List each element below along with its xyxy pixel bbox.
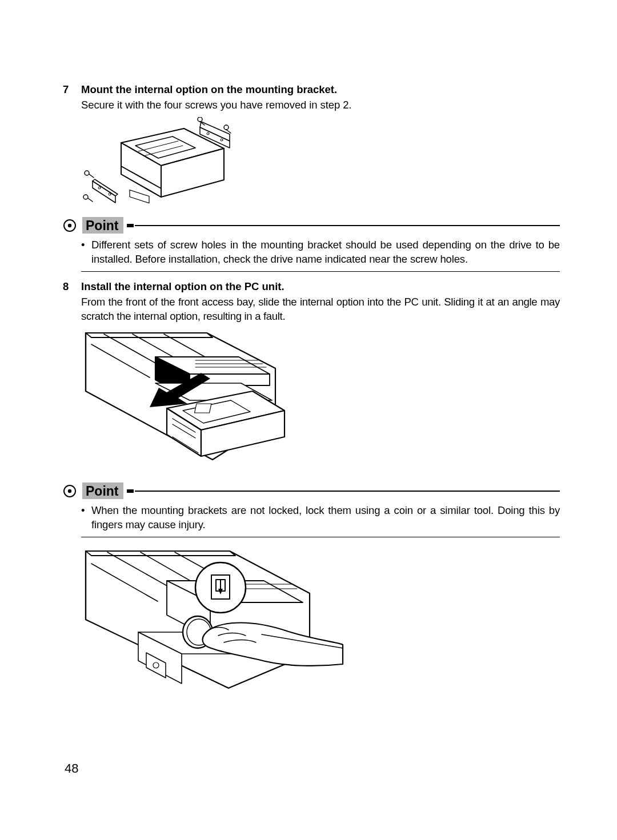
point-label: Point [82,217,123,234]
step-8: 8 Install the internal option on the PC … [63,280,560,324]
svg-point-22 [83,195,88,199]
page-number: 48 [65,761,78,776]
svg-point-65 [153,662,159,668]
svg-point-18 [224,125,229,130]
point-icon [63,219,77,232]
bullet-icon: • [81,504,91,532]
point-callout-2: Point • When the mounting brackets are n… [63,482,560,537]
svg-point-20 [85,171,89,175]
illustration-lock-with-coin [81,546,560,689]
step-title: Mount the internal option on the mountin… [81,83,337,97]
point-text: When the mounting brackets are not locke… [91,504,560,532]
point-label: Point [82,483,123,499]
svg-line-23 [88,198,93,202]
svg-marker-28 [86,333,213,337]
point-icon [63,484,77,498]
svg-line-21 [89,174,94,178]
step-body: Secure it with the four screws you have … [81,98,560,112]
svg-rect-44 [195,404,211,413]
svg-point-16 [198,117,202,122]
illustration-bracket-screws [81,117,560,208]
point-text: Different sets of screw holes in the mou… [91,238,560,267]
svg-marker-53 [86,551,235,556]
point-callout-1: Point • Different sets of screw holes in… [63,216,560,272]
svg-rect-7 [130,190,149,203]
step-number: 8 [63,280,81,294]
step-title: Install the internal option on the PC un… [81,280,285,294]
step-number: 7 [63,83,81,97]
step-body: From the front of the front access bay, … [81,295,560,324]
svg-point-50 [68,489,71,493]
step-7: 7 Mount the internal option on the mount… [63,83,560,112]
illustration-slide-into-pc [81,328,560,474]
bullet-icon: • [81,238,91,267]
svg-point-25 [68,224,71,227]
